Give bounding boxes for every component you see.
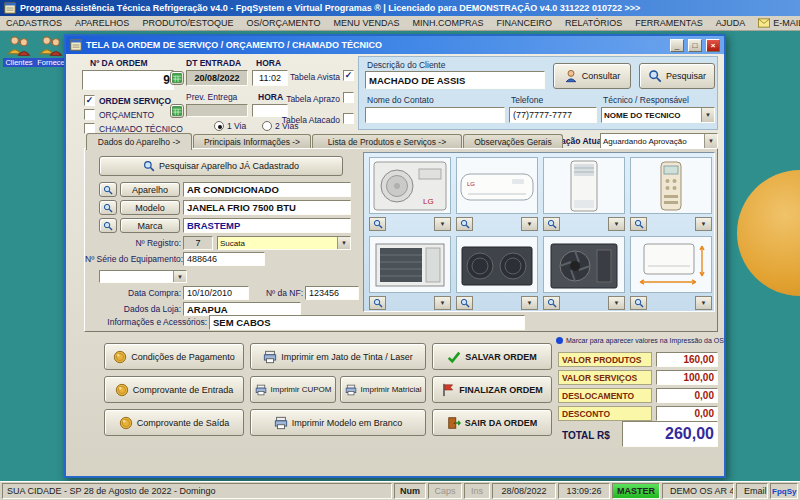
modelo-field[interactable]: JANELA FRIO 7500 BTU — [183, 200, 351, 215]
checkbox-ordem-servico[interactable]: ✓ORDEM SERVIÇO — [84, 95, 171, 106]
prev-entrega-field[interactable] — [186, 104, 248, 117]
photo-4-dropdown[interactable]: ▼ — [695, 217, 712, 231]
tecnico-combo-arrow[interactable]: ▼ — [701, 108, 714, 122]
radio-1-via[interactable]: 1 Via — [214, 121, 246, 131]
photo-7-image[interactable] — [543, 236, 625, 293]
photo-6-dropdown[interactable]: ▼ — [521, 296, 538, 310]
aparelho-field[interactable]: AR CONDICIONADO — [183, 182, 351, 197]
modelo-button[interactable]: Modelo — [120, 200, 180, 215]
photo-6-zoom-button[interactable] — [456, 296, 473, 310]
pesquisar-cliente-button[interactable]: Pesquisar — [639, 63, 715, 89]
photo-5-dropdown[interactable]: ▼ — [434, 296, 451, 310]
checkbox-orcamento[interactable]: ORÇAMENTO — [84, 109, 154, 120]
menu-financeiro[interactable]: FINANCEIRO — [496, 18, 552, 28]
consultar-button[interactable]: Consultar — [553, 63, 631, 89]
client-name-field[interactable]: MACHADO DE ASSIS — [365, 71, 545, 89]
photo-2-dropdown[interactable]: ▼ — [521, 217, 538, 231]
menu-compras[interactable]: MINH.COMPRAS — [412, 18, 483, 28]
photo-1-zoom-button[interactable] — [369, 217, 386, 231]
situacao-combo-arrow[interactable]: ▼ — [704, 134, 717, 148]
loja-field[interactable]: ARAPUA — [183, 302, 301, 316]
order-number-field[interactable]: 9 — [82, 70, 174, 90]
menu-os-orcamento[interactable]: OS/ORÇAMENTO — [247, 18, 321, 28]
nf-field[interactable]: 123456 — [305, 286, 359, 300]
photo-3-image[interactable] — [543, 157, 625, 214]
pesquisar-aparelho-button[interactable]: Pesquisar Aparelho JÁ Cadastrado — [99, 156, 343, 176]
desktop-icon-fornecedores[interactable]: Fornece — [36, 35, 66, 67]
contact-name-field[interactable] — [365, 107, 505, 123]
tecnico-combo[interactable]: NOME DO TECNICO▼ — [601, 107, 715, 123]
aparelho-search-button[interactable] — [99, 182, 117, 197]
sucata-combo-arrow[interactable]: ▼ — [337, 237, 350, 249]
checkbox-tabela-avista[interactable]: ✓ — [343, 70, 354, 81]
photo-2-image[interactable]: LG — [456, 157, 538, 214]
calendar-button-prev-entrega[interactable] — [170, 104, 184, 118]
photo-8-zoom-button[interactable] — [630, 296, 647, 310]
menu-relatorios[interactable]: RELATÓRIOS — [565, 18, 622, 28]
condicoes-pagamento-button[interactable]: Condições de Pagamento — [104, 343, 244, 370]
menu-produto-estoque[interactable]: PRODUTO/ESTOQUE — [142, 18, 233, 28]
menu-aparelhos[interactable]: APARELHOS — [75, 18, 129, 28]
imprimir-jato-button[interactable]: Imprimir em Jato de Tinta / Laser — [250, 343, 426, 370]
comprovante-saida-button[interactable]: Comprovante de Saída — [104, 409, 244, 436]
dt-entrada-field[interactable]: 20/08/2022 — [186, 70, 248, 86]
checkbox-tabela-aprazo[interactable] — [343, 92, 354, 103]
tab-observacoes[interactable]: Observações Gerais — [463, 134, 563, 149]
deslocamento-field[interactable]: 0,00 — [656, 388, 718, 403]
marca-search-button[interactable] — [99, 218, 117, 233]
tab-principais-informacoes[interactable]: Principais Informações -> — [193, 134, 311, 149]
equipment-extra-combo[interactable]: ▼ — [99, 270, 187, 283]
photo-6-image[interactable] — [456, 236, 538, 293]
data-compra-field[interactable]: 10/10/2010 — [183, 286, 249, 300]
serie-field[interactable]: 488646 — [183, 252, 265, 266]
comprovante-entrada-button[interactable]: Comprovante de Entrada — [104, 376, 244, 403]
desktop-icon-clientes[interactable]: Clientes — [4, 35, 34, 67]
sucata-combo[interactable]: Sucata▼ — [217, 236, 351, 250]
valor-servicos-field[interactable]: 100,00 — [656, 370, 718, 385]
salvar-ordem-button[interactable]: SALVAR ORDEM — [432, 343, 552, 370]
photo-7-dropdown[interactable]: ▼ — [608, 296, 625, 310]
minimize-button[interactable]: _ — [670, 39, 684, 52]
photo-4-zoom-button[interactable] — [630, 217, 647, 231]
marca-field[interactable]: BRASTEMP — [183, 218, 351, 233]
close-button[interactable]: × — [706, 39, 720, 52]
photo-2-zoom-button[interactable] — [456, 217, 473, 231]
imprimir-branco-button[interactable]: Imprimir Modelo em Branco — [250, 409, 426, 436]
menu-cadastros[interactable]: CADASTROS — [6, 18, 62, 28]
photo-7-zoom-button[interactable] — [543, 296, 560, 310]
situacao-combo[interactable]: Aguardando Aprovação▼ — [600, 133, 718, 149]
finalizar-ordem-button[interactable]: FINALIZAR ORDEM — [432, 376, 552, 403]
telefone-field[interactable]: (77)7777-7777 — [509, 107, 597, 123]
photo-1-dropdown[interactable]: ▼ — [434, 217, 451, 231]
desconto-field[interactable]: 0,00 — [656, 406, 718, 421]
valor-produtos-field[interactable]: 160,00 — [656, 352, 718, 367]
calendar-button-entrada[interactable] — [170, 71, 184, 85]
photo-5-image[interactable] — [369, 236, 451, 293]
photo-8-image[interactable] — [630, 236, 712, 293]
photo-5-zoom-button[interactable] — [369, 296, 386, 310]
menu-ajuda[interactable]: AJUDA — [716, 18, 746, 28]
tab-dados-aparelho[interactable]: Dados do Aparelho -> — [86, 133, 192, 150]
imprimir-matricial-button[interactable]: Imprimir Matricial — [340, 376, 426, 403]
menu-vendas[interactable]: MENU VENDAS — [333, 18, 399, 28]
modelo-search-button[interactable] — [99, 200, 117, 215]
photo-3-dropdown[interactable]: ▼ — [608, 217, 625, 231]
marcar-valores-option[interactable]: Marcar para aparecer valores na Impressã… — [556, 337, 720, 344]
marca-button[interactable]: Marca — [120, 218, 180, 233]
tab-lista-produtos[interactable]: Lista de Produtos e Serviços -> — [312, 134, 462, 149]
imprimir-cupom-button[interactable]: Imprimir CUPOM — [250, 376, 336, 403]
sair-ordem-button[interactable]: SAIR DA ORDEM — [432, 409, 552, 436]
maximize-button[interactable]: □ — [688, 39, 702, 52]
status-email[interactable]: Email — [736, 483, 768, 499]
menu-ferramentas[interactable]: FERRAMENTAS — [635, 18, 702, 28]
photo-3-zoom-button[interactable] — [543, 217, 560, 231]
window-titlebar[interactable]: TELA DA ORDEM DE SERVIÇO / ORÇAMENTO / C… — [66, 36, 724, 54]
aparelho-button[interactable]: Aparelho — [120, 182, 180, 197]
photo-8-dropdown[interactable]: ▼ — [695, 296, 712, 310]
checkbox-tabela-atacado[interactable] — [343, 113, 354, 124]
info-acessorios-field[interactable]: SEM CABOS — [209, 315, 525, 330]
menu-email[interactable]: E-MAIL — [758, 17, 800, 29]
photo-1-image[interactable]: LG — [369, 157, 451, 214]
equipment-extra-arrow[interactable]: ▼ — [173, 271, 186, 282]
photo-4-image[interactable] — [630, 157, 712, 214]
